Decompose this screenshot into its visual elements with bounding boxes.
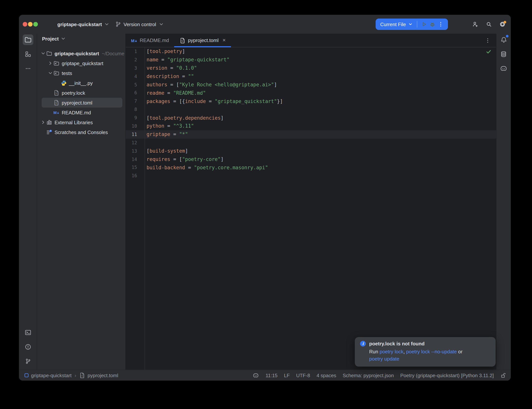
tree-row-External Libraries[interactable]: External Libraries [37, 117, 125, 127]
version-control-button[interactable] [23, 356, 33, 367]
notification-link-poetry-lock[interactable]: poetry lock [380, 349, 404, 354]
chevron-down-icon[interactable] [47, 70, 53, 76]
search-icon[interactable] [486, 21, 492, 27]
status-label: 11:15 [266, 372, 277, 378]
database-icon [500, 51, 507, 57]
minimize-window-button[interactable] [28, 22, 32, 27]
add-user-icon[interactable] [472, 21, 478, 27]
tree-item-label: External Libraries [55, 120, 93, 125]
code-text: requires = ["poetry-core"] [145, 156, 224, 162]
project-switcher[interactable]: griptape-quickstart [57, 21, 110, 27]
breadcrumb-label: pyproject.toml [88, 372, 118, 378]
debug-button[interactable] [428, 20, 437, 28]
code-line-7[interactable]: 7packages = [{include = "griptape_quicks… [126, 97, 496, 105]
chevron-right-icon[interactable] [47, 60, 53, 66]
unlock-widget[interactable] [500, 372, 506, 378]
editor-area: MREADME.md[T]pyproject.toml✕ 1[tool.poet… [126, 34, 496, 370]
breadcrumb-label: griptape-quickstart [31, 372, 72, 378]
breadcrumb-item-griptape-quickstart[interactable]: griptape-quickstart [24, 372, 72, 378]
terminal-icon [24, 329, 31, 336]
tree-row-griptape_quickstart[interactable]: griptape_quickstart [37, 58, 125, 68]
terminal-button[interactable] [23, 327, 33, 338]
code-line-6[interactable]: 6readme = "README.md" [126, 89, 496, 97]
tree-row-tests[interactable]: tests [37, 68, 125, 78]
notification-link-poetry-lock-no-update[interactable]: poetry lock --no-update [406, 349, 457, 354]
tab-options-button[interactable] [485, 34, 496, 47]
chevron-down-icon [158, 21, 165, 27]
tab-pyproject.toml[interactable]: [T]pyproject.toml✕ [174, 34, 231, 47]
problems-button[interactable] [23, 342, 33, 352]
code-line-1[interactable]: 1[tool.poetry] [126, 47, 496, 56]
code-line-13[interactable]: 13[build-system] [126, 147, 496, 155]
close-window-button[interactable] [23, 22, 27, 27]
tool-window-project-button[interactable] [23, 35, 33, 45]
library-icon [46, 119, 52, 125]
maximize-window-button[interactable] [33, 22, 38, 27]
status-schema-pyproject-json[interactable]: Schema: pyproject.json [343, 372, 394, 378]
status-utf-8[interactable]: UTF-8 [296, 372, 310, 378]
database-button[interactable] [498, 49, 509, 59]
titlebar: griptape-quickstart Version control Curr… [19, 15, 511, 34]
line-number: 3 [126, 65, 145, 71]
notifications-button[interactable] [498, 35, 509, 45]
tree-row-pyproject.toml[interactable]: [T]pyproject.toml [37, 98, 125, 108]
line-number: 16 [126, 173, 145, 178]
inspections-check-icon[interactable] [486, 49, 492, 56]
copilot-widget[interactable] [253, 372, 259, 379]
tree-row-poetry.lock[interactable]: [T]poetry.lock [37, 88, 125, 98]
code-line-5[interactable]: 5authors = ["Kyle Roche <hello@griptape.… [126, 81, 496, 89]
more-tool-windows-button[interactable] [23, 63, 33, 74]
status-4-spaces[interactable]: 4 spaces [317, 372, 336, 378]
breadcrumb-item-pyproject.toml[interactable]: [T]pyproject.toml [79, 372, 118, 378]
code-line-14[interactable]: 14requires = ["poetry-core"] [126, 155, 496, 163]
notification-text: Run [369, 349, 380, 354]
tree-row-README.md[interactable]: MREADME.md [37, 108, 125, 117]
chevron-down-icon [407, 21, 413, 27]
chevron-down-icon[interactable] [40, 50, 46, 56]
code-line-2[interactable]: 2name = "griptape-quickstart" [126, 56, 496, 64]
tree-row-griptape-quickstart[interactable]: griptape-quickstart~/Docume [37, 48, 125, 58]
more-run-options-button[interactable] [437, 20, 445, 28]
run-button[interactable] [420, 20, 428, 28]
svg-text:[T]: [T] [54, 102, 58, 105]
toml-icon: [T] [180, 37, 186, 43]
tree-row-Scratches and Consoles[interactable]: Scratches and Consoles [37, 127, 125, 137]
code-line-16[interactable]: 16 [126, 172, 496, 180]
code-line-9[interactable]: 9[tool.poetry.dependencies] [126, 114, 496, 122]
tool-window-structure-button[interactable] [23, 49, 33, 59]
tree-row-__init__.py[interactable]: __init__.py [37, 78, 125, 88]
code-line-10[interactable]: 10python = "^3.11" [126, 122, 496, 130]
status-poetry-griptape-quickstart-python-3-11-2-[interactable]: Poetry (griptape-quickstart) [Python 3.1… [400, 372, 494, 378]
notification-dot [506, 35, 509, 37]
screen: griptape-quickstart Version control Curr… [0, 0, 532, 409]
code-line-15[interactable]: 15build-backend = "poetry.core.masonry.a… [126, 163, 496, 172]
code-editor[interactable]: 1[tool.poetry]2name = "griptape-quicksta… [126, 47, 496, 370]
settings-button[interactable] [499, 21, 505, 27]
status-lf[interactable]: LF [284, 372, 290, 378]
folder-icon [24, 36, 32, 44]
line-number: 4 [126, 74, 145, 79]
run-configuration-selector[interactable]: Current File [380, 21, 413, 27]
notification-link-poetry-update[interactable]: poetry update [369, 356, 399, 362]
code-line-11[interactable]: 11griptape = "*" [126, 130, 496, 139]
chevron-right-icon[interactable] [40, 119, 46, 125]
status-11-15[interactable]: 11:15 [266, 372, 277, 378]
code-line-12[interactable]: 12 [126, 139, 496, 147]
ai-assistant-button[interactable] [498, 63, 509, 74]
project-panel-header[interactable]: Project [37, 34, 125, 44]
code-line-8[interactable]: 8 [126, 105, 496, 114]
notification-popup: i poetry.lock is not found Run poetry lo… [355, 337, 496, 367]
code-text: description = "" [145, 74, 194, 79]
close-tab-icon[interactable]: ✕ [222, 38, 226, 43]
vcs-widget[interactable]: Version control [115, 21, 165, 27]
status-label: UTF-8 [296, 372, 310, 378]
line-number: 8 [126, 107, 145, 112]
code-line-3[interactable]: 3version = "0.1.0" [126, 64, 496, 72]
line-number: 10 [126, 123, 145, 129]
svg-text:[T]: [T] [180, 40, 184, 43]
code-line-4[interactable]: 4description = "" [126, 72, 496, 81]
tab-README.md[interactable]: MREADME.md [126, 34, 174, 47]
bell-icon [500, 36, 507, 43]
tree-item-label: poetry.lock [62, 90, 85, 96]
notification-text: , [404, 349, 406, 354]
